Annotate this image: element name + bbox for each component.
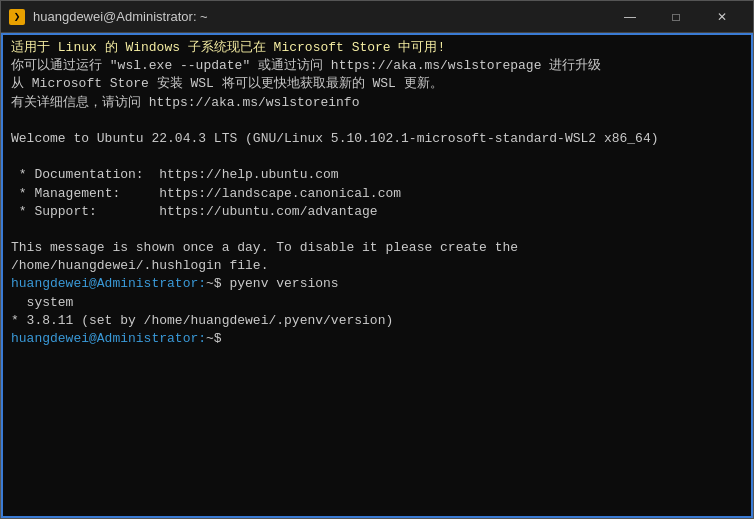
window-title: huangdewei@Administrator: ~ [33, 9, 607, 24]
line-11b: ~$ pyenv versions [206, 276, 339, 291]
line-6: * Documentation: https://help.ubuntu.com [11, 167, 339, 182]
close-button[interactable]: ✕ [699, 1, 745, 33]
line-14: huangdewei@Administrator: [11, 331, 206, 346]
maximize-button[interactable]: □ [653, 1, 699, 33]
line-12: system [11, 295, 73, 310]
terminal-output: 适用于 Linux 的 Windows 子系统现已在 Microsoft Sto… [11, 39, 743, 348]
line-13: * 3.8.11 (set by /home/huangdewei/.pyenv… [11, 313, 393, 328]
line-7: * Management: https://landscape.canonica… [11, 186, 401, 201]
window: ❯ huangdewei@Administrator: ~ — □ ✕ 适用于 … [0, 0, 754, 519]
terminal-body[interactable]: 适用于 Linux 的 Windows 子系统现已在 Microsoft Sto… [1, 33, 753, 518]
minimize-button[interactable]: — [607, 1, 653, 33]
line-5: Welcome to Ubuntu 22.04.3 LTS (GNU/Linux… [11, 131, 659, 146]
titlebar-buttons: — □ ✕ [607, 1, 745, 33]
line-3: 从 Microsoft Store 安装 WSL 将可以更快地获取最新的 WSL… [11, 76, 443, 91]
titlebar: ❯ huangdewei@Administrator: ~ — □ ✕ [1, 1, 753, 33]
line-8: * Support: https://ubuntu.com/advantage [11, 204, 378, 219]
line-9: This message is shown once a day. To dis… [11, 240, 518, 255]
line-2: 你可以通过运行 "wsl.exe --update" 或通过访问 https:/… [11, 58, 601, 73]
line-4: 有关详细信息，请访问 https://aka.ms/wslstoreinfo [11, 95, 359, 110]
window-icon: ❯ [9, 9, 25, 25]
line-10: /home/huangdewei/.hushlogin file. [11, 258, 268, 273]
line-1: 适用于 Linux 的 Windows 子系统现已在 Microsoft Sto… [11, 40, 445, 55]
line-14b: ~$ [206, 331, 229, 346]
line-11: huangdewei@Administrator: [11, 276, 206, 291]
